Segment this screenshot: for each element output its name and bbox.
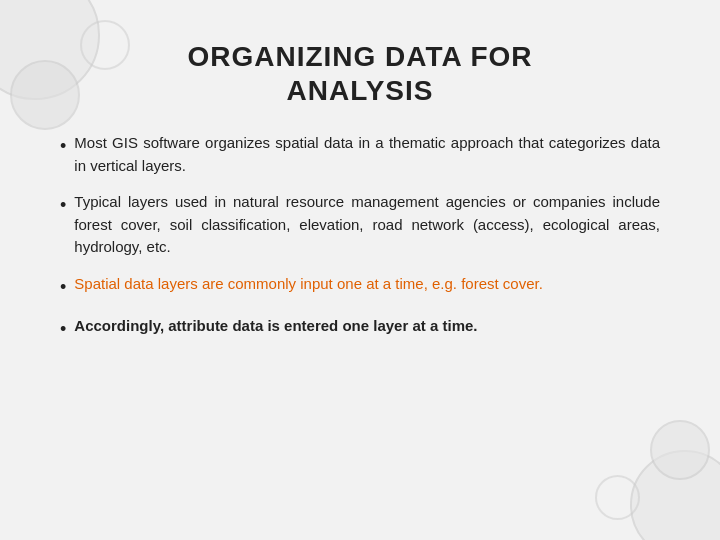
bullet-item-3: • Spatial data layers are commonly input… xyxy=(60,273,660,301)
bullet-text-4: Accordingly, attribute data is entered o… xyxy=(74,315,660,338)
bullet-text-2: Typical layers used in natural resource … xyxy=(74,191,660,259)
bullet-item-4: • Accordingly, attribute data is entered… xyxy=(60,315,660,343)
bullet-item-2: • Typical layers used in natural resourc… xyxy=(60,191,660,259)
decorative-circle-br-2 xyxy=(650,420,710,480)
slide-title: ORGANIZING DATA FOR ANALYSIS xyxy=(60,40,660,107)
title-section: ORGANIZING DATA FOR ANALYSIS xyxy=(60,30,660,107)
bullet-text-1: Most GIS software organizes spatial data… xyxy=(74,132,660,177)
decorative-circle-tl-3 xyxy=(80,20,130,70)
content-section: • Most GIS software organizes spatial da… xyxy=(60,132,660,510)
bullet-text-3: Spatial data layers are commonly input o… xyxy=(74,273,660,296)
bullet-marker-4: • xyxy=(60,316,66,343)
slide: ORGANIZING DATA FOR ANALYSIS • Most GIS … xyxy=(0,0,720,540)
bullet-marker-3: • xyxy=(60,274,66,301)
decorative-circle-br-3 xyxy=(595,475,640,520)
bullet-marker-1: • xyxy=(60,133,66,160)
decorative-circle-tl-2 xyxy=(10,60,80,130)
bullet-item-1: • Most GIS software organizes spatial da… xyxy=(60,132,660,177)
bullet-marker-2: • xyxy=(60,192,66,219)
